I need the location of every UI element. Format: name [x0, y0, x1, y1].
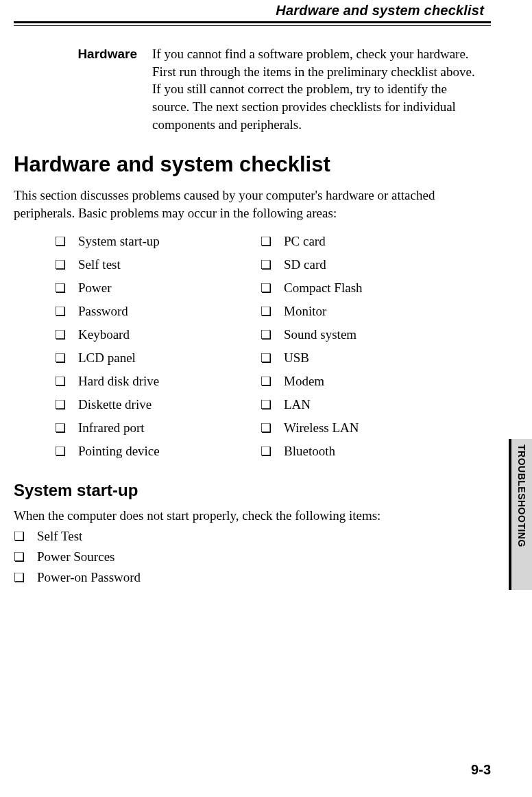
checkbox-icon: ❏	[55, 445, 66, 457]
list-item: ❏Password	[55, 304, 233, 319]
page: Hardware and system checklist Hardware I…	[0, 0, 532, 797]
checkbox-icon: ❏	[14, 571, 25, 584]
checkbox-icon: ❏	[261, 259, 271, 271]
list-item-label: Keyboard	[78, 327, 130, 342]
checkbox-icon: ❏	[55, 259, 66, 271]
list-item-label: Hard disk drive	[78, 374, 159, 389]
list-item-label: SD card	[284, 257, 326, 272]
hardware-text: If you cannot find a software problem, c…	[152, 45, 484, 133]
list-item-label: LCD panel	[78, 350, 136, 366]
list-item: ❏Infrared port	[55, 420, 233, 436]
list-item-label: Power Sources	[37, 549, 114, 564]
list-item: ❏SD card	[261, 257, 439, 272]
checkbox-icon: ❏	[55, 329, 66, 341]
checkbox-icon: ❏	[261, 445, 271, 457]
list-item: ❏Power Sources	[14, 549, 491, 564]
list-item: ❏Keyboard	[55, 327, 233, 342]
list-item: ❏Pointing device	[55, 444, 233, 459]
checkbox-icon: ❏	[14, 551, 25, 563]
checkbox-icon: ❏	[55, 375, 66, 388]
checkbox-icon: ❏	[55, 305, 66, 318]
page-number: 9-3	[471, 762, 491, 778]
checkbox-icon: ❏	[55, 352, 66, 364]
checklist-column-left: ❏System start-up ❏Self test ❏Power ❏Pass…	[55, 234, 233, 467]
list-item: ❏Wireless LAN	[261, 420, 439, 436]
list-item-label: Pointing device	[78, 444, 160, 459]
list-item: ❏Power	[55, 281, 233, 296]
list-item-label: System start-up	[78, 234, 160, 249]
list-item-label: Power-on Password	[37, 570, 141, 585]
list-item: ❏USB	[261, 350, 439, 366]
checkbox-icon: ❏	[261, 398, 271, 411]
checklist-two-column: ❏System start-up ❏Self test ❏Power ❏Pass…	[55, 234, 491, 467]
checkbox-icon: ❏	[55, 422, 66, 434]
list-item-label: Self test	[78, 257, 121, 272]
list-item: ❏Modem	[261, 374, 439, 389]
list-item-label: Diskette drive	[78, 397, 152, 412]
list-item: ❏Power-on Password	[14, 570, 491, 585]
checkbox-icon: ❏	[261, 329, 271, 341]
list-item: ❏Self Test	[14, 529, 491, 544]
sub-heading-system-startup: System start-up	[14, 481, 491, 500]
hardware-label: Hardware	[62, 45, 137, 133]
list-item: ❏System start-up	[55, 234, 233, 249]
list-item-label: Monitor	[284, 304, 326, 319]
list-item-label: LAN	[284, 397, 311, 412]
list-item-label: Password	[78, 304, 128, 319]
list-item-label: Power	[78, 281, 112, 296]
checklist-column-right: ❏PC card ❏SD card ❏Compact Flash ❏Monito…	[261, 234, 439, 467]
list-item: ❏Diskette drive	[55, 397, 233, 412]
list-item: ❏PC card	[261, 234, 439, 249]
checkbox-icon: ❏	[55, 398, 66, 411]
side-tab: TROUBLESHOOTING	[509, 439, 532, 590]
rule-thick	[14, 21, 491, 23]
running-head: Hardware and system checklist	[14, 0, 491, 19]
list-item: ❏Hard disk drive	[55, 374, 233, 389]
list-item: ❏LAN	[261, 397, 439, 412]
checkbox-icon: ❏	[261, 352, 271, 364]
checkbox-icon: ❏	[55, 235, 66, 248]
sub-intro: When the computer does not start properl…	[14, 508, 491, 523]
side-tab-label: TROUBLESHOOTING	[516, 444, 527, 547]
checkbox-icon: ❏	[261, 305, 271, 318]
checkbox-icon: ❏	[261, 235, 271, 248]
list-item-label: USB	[284, 350, 309, 366]
list-item-label: PC card	[284, 234, 326, 249]
checkbox-icon: ❏	[14, 530, 25, 543]
list-item: ❏Monitor	[261, 304, 439, 319]
list-item-label: Modem	[284, 374, 324, 389]
list-item-label: Compact Flash	[284, 281, 363, 296]
list-item: ❏LCD panel	[55, 350, 233, 366]
list-item: ❏Sound system	[261, 327, 439, 342]
checkbox-icon: ❏	[261, 375, 271, 388]
list-item: ❏Compact Flash	[261, 281, 439, 296]
hardware-block: Hardware If you cannot find a software p…	[62, 45, 484, 133]
list-item: ❏Bluetooth	[261, 444, 439, 459]
list-item-label: Wireless LAN	[284, 420, 359, 436]
rule-thin	[14, 25, 491, 26]
checkbox-icon: ❏	[261, 282, 271, 294]
list-item-label: Sound system	[284, 327, 356, 342]
main-heading: Hardware and system checklist	[14, 152, 491, 177]
list-item-label: Bluetooth	[284, 444, 335, 459]
list-item-label: Self Test	[37, 529, 82, 544]
checkbox-icon: ❏	[55, 282, 66, 294]
list-item-label: Infrared port	[78, 420, 145, 436]
list-item: ❏Self test	[55, 257, 233, 272]
intro-text: This section discusses problems caused b…	[14, 187, 491, 222]
checkbox-icon: ❏	[261, 422, 271, 434]
sub-checklist: ❏Self Test ❏Power Sources ❏Power-on Pass…	[14, 529, 491, 585]
